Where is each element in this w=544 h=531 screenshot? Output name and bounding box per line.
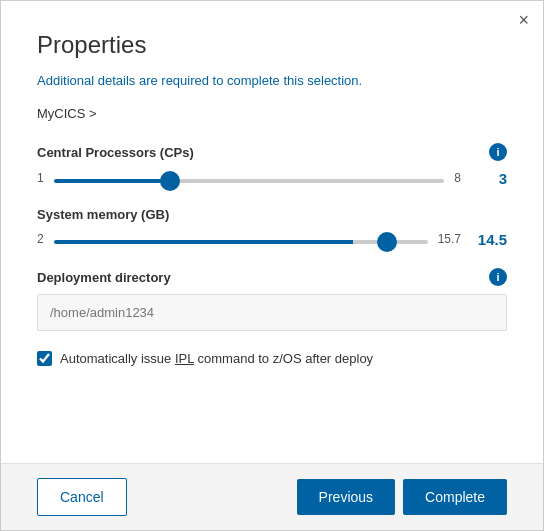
modal-footer: Cancel Previous Complete xyxy=(1,463,543,530)
cpu-slider-max: 8 xyxy=(454,171,461,185)
modal-dialog: × Properties Additional details are requ… xyxy=(0,0,544,531)
cpu-slider-min: 1 xyxy=(37,171,44,185)
footer-right-buttons: Previous Complete xyxy=(297,479,507,515)
breadcrumb: MyCICS > xyxy=(37,106,507,121)
memory-slider-max: 15.7 xyxy=(438,232,461,246)
directory-input[interactable] xyxy=(37,294,507,331)
modal-body: Properties Additional details are requir… xyxy=(1,1,543,463)
directory-label-row: Deployment directory i xyxy=(37,268,507,286)
memory-slider-wrapper xyxy=(54,230,428,248)
modal-title: Properties xyxy=(37,31,507,59)
cpu-field-group: Central Processors (CPs) i 1 8 3 xyxy=(37,143,507,187)
cpu-slider-row: 1 8 3 xyxy=(37,169,507,187)
checkbox-row: Automatically issue IPL command to z/OS … xyxy=(37,351,507,366)
previous-button[interactable]: Previous xyxy=(297,479,395,515)
checkbox-label-pre: Automatically issue xyxy=(60,351,175,366)
ipl-link: IPL xyxy=(175,351,194,366)
ipl-checkbox[interactable] xyxy=(37,351,52,366)
directory-field-group: Deployment directory i xyxy=(37,268,507,331)
checkbox-label-post: command to z/OS after deploy xyxy=(194,351,373,366)
complete-button[interactable]: Complete xyxy=(403,479,507,515)
cpu-slider-value: 3 xyxy=(471,170,507,187)
cpu-slider[interactable] xyxy=(54,179,445,183)
directory-info-icon[interactable]: i xyxy=(489,268,507,286)
memory-field-group: System memory (GB) 2 15.7 14.5 xyxy=(37,207,507,248)
memory-slider-row: 2 15.7 14.5 xyxy=(37,230,507,248)
memory-slider-min: 2 xyxy=(37,232,44,246)
memory-slider[interactable] xyxy=(54,240,428,244)
memory-label-row: System memory (GB) xyxy=(37,207,507,222)
memory-slider-value: 14.5 xyxy=(471,231,507,248)
cpu-label: Central Processors (CPs) xyxy=(37,145,194,160)
modal-description: Additional details are required to compl… xyxy=(37,73,507,88)
cpu-label-row: Central Processors (CPs) i xyxy=(37,143,507,161)
directory-label: Deployment directory xyxy=(37,270,171,285)
cancel-button[interactable]: Cancel xyxy=(37,478,127,516)
cpu-slider-wrapper xyxy=(54,169,445,187)
memory-label: System memory (GB) xyxy=(37,207,169,222)
close-button[interactable]: × xyxy=(518,11,529,29)
cpu-info-icon[interactable]: i xyxy=(489,143,507,161)
checkbox-label: Automatically issue IPL command to z/OS … xyxy=(60,351,373,366)
